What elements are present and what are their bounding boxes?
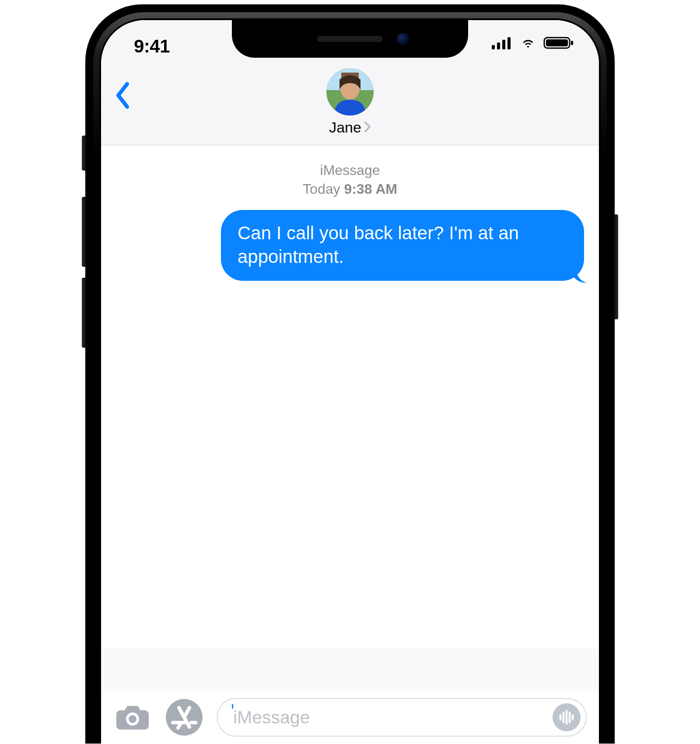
conversation-header: Jane bbox=[101, 68, 599, 145]
svg-rect-6 bbox=[571, 41, 573, 45]
message-input[interactable]: iMessage bbox=[217, 698, 587, 737]
contact-avatar[interactable] bbox=[326, 68, 374, 115]
app-drawer-button[interactable] bbox=[165, 698, 203, 737]
notch bbox=[232, 20, 468, 58]
battery-icon bbox=[543, 36, 575, 52]
power-button bbox=[614, 214, 618, 319]
message-text: Can I call you back later? I'm at an app… bbox=[238, 223, 519, 267]
message-thread[interactable]: iMessage Today 9:38 AM Can I call you ba… bbox=[101, 145, 599, 648]
dictation-button[interactable] bbox=[553, 703, 581, 731]
outgoing-message-bubble[interactable]: Can I call you back later? I'm at an app… bbox=[221, 210, 584, 281]
svg-rect-2 bbox=[502, 40, 505, 49]
text-cursor bbox=[232, 704, 233, 709]
service-label: iMessage bbox=[114, 161, 586, 180]
camera-icon bbox=[116, 704, 149, 730]
waveform-icon bbox=[557, 708, 576, 727]
silent-switch bbox=[82, 136, 86, 171]
contact-name: Jane bbox=[329, 119, 361, 136]
contact-name-button[interactable]: Jane bbox=[329, 119, 371, 136]
timestamp-header: iMessage Today 9:38 AM bbox=[114, 161, 586, 199]
message-row: Can I call you back later? I'm at an app… bbox=[114, 210, 586, 281]
status-time: 9:41 bbox=[134, 36, 170, 57]
volume-down-button bbox=[82, 278, 86, 348]
phone-frame: 9:41 bbox=[85, 4, 615, 744]
message-input-bar: iMessage bbox=[101, 691, 599, 744]
svg-rect-1 bbox=[497, 42, 500, 49]
chevron-right-icon bbox=[364, 119, 371, 136]
svg-point-12 bbox=[129, 715, 136, 723]
camera-button[interactable] bbox=[113, 698, 152, 737]
svg-rect-5 bbox=[546, 39, 568, 46]
day-label: Today bbox=[303, 181, 340, 197]
screen: 9:41 bbox=[101, 20, 599, 744]
front-camera bbox=[397, 33, 409, 45]
input-placeholder: iMessage bbox=[233, 707, 553, 728]
time-label: 9:38 AM bbox=[344, 181, 397, 197]
volume-up-button bbox=[82, 197, 86, 267]
wifi-icon bbox=[518, 36, 538, 52]
svg-rect-3 bbox=[508, 37, 511, 49]
cellular-signal-icon bbox=[492, 36, 513, 51]
speaker-grille bbox=[317, 36, 383, 42]
app-store-icon bbox=[165, 698, 203, 737]
svg-rect-0 bbox=[492, 45, 495, 49]
back-button[interactable] bbox=[114, 81, 130, 111]
bubble-tail-icon bbox=[570, 266, 588, 282]
